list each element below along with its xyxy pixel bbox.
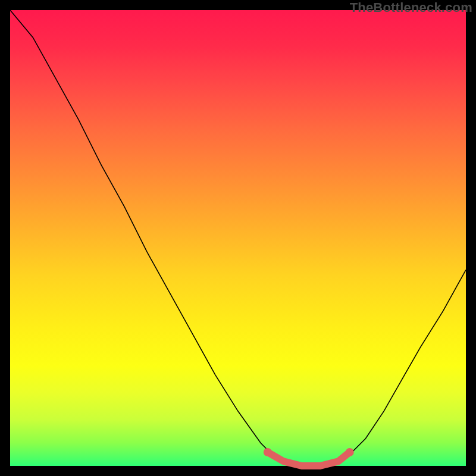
chart-stage: TheBottleneck.com: [0, 0, 476, 476]
chart-gradient-background: [10, 10, 466, 466]
watermark-text: TheBottleneck.com: [350, 0, 472, 15]
